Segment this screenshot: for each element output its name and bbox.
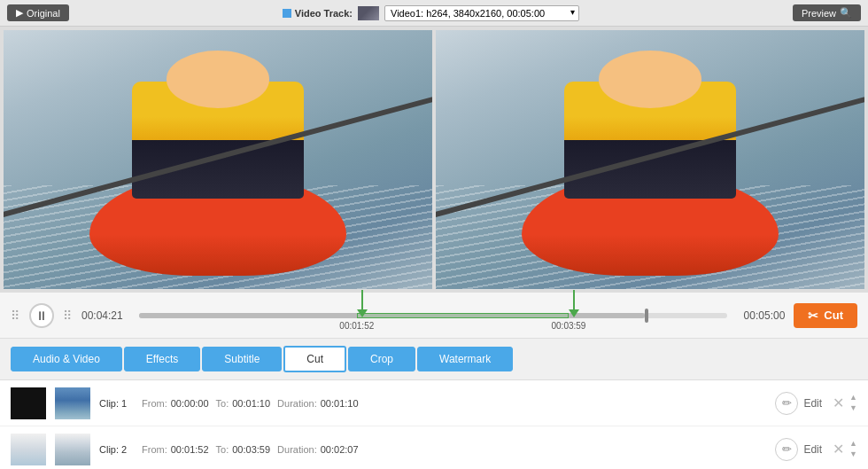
kayaker-head-right [599, 51, 701, 107]
clip1-actions: ✏ Edit ✕ ▲ ▼ [775, 392, 857, 415]
tab-bar: Audio & Video Effects Subtitle Cut Crop … [0, 339, 868, 380]
clip1-from: From: 00:00:00 [142, 398, 209, 409]
tab-effects[interactable]: Effects [124, 347, 200, 371]
clip1-arrow-up[interactable]: ▲ [849, 393, 857, 403]
original-label: Original [27, 8, 60, 19]
scissors-icon: ✂ [808, 309, 818, 323]
clip1-close-icon[interactable]: ✕ [833, 395, 844, 411]
video-inner-left [4, 30, 432, 289]
clip2-to-value: 00:03:59 [232, 444, 270, 455]
clip2-to: To: 00:03:59 [216, 444, 271, 455]
cut-button[interactable]: ✂ Cut [794, 303, 857, 328]
clip2-thumb-after [55, 434, 90, 465]
tab-crop[interactable]: Crop [348, 347, 415, 371]
cut-end-line [573, 290, 575, 309]
video-thumbnail-small [358, 6, 379, 20]
cut-end-arrow [569, 309, 579, 317]
tab-audio-video[interactable]: Audio & Video [11, 347, 122, 371]
dots-left: ⠿ [11, 309, 20, 323]
clip1-name: Clip: 1 [99, 398, 135, 409]
original-button[interactable]: ▶ Original [7, 4, 69, 21]
clip2-from: From: 00:01:52 [142, 444, 209, 455]
video-panel-left [4, 30, 432, 289]
video-panels [0, 27, 868, 293]
preview-button[interactable]: Preview 🔍 [793, 4, 861, 21]
clip1-edit-label[interactable]: Edit [803, 397, 822, 410]
clip2-thumb-before [11, 434, 46, 465]
clip2-duration-value: 00:02:07 [321, 444, 359, 455]
tab-cut[interactable]: Cut [283, 346, 346, 372]
search-icon: 🔍 [840, 7, 852, 19]
clip-row-1: Clip: 1 From: 00:00:00 To: 00:01:10 Dura… [0, 380, 868, 426]
playback-bar: ⠿ ⏸ ⠿ 00:04:21 00:01:52 00:03:59 00:05:0… [0, 293, 868, 339]
video-track-area: Video Track: Video1: h264, 3840x2160, 00… [283, 5, 579, 21]
clip1-edit-icon[interactable]: ✏ [775, 392, 798, 415]
current-time: 00:04:21 [81, 309, 130, 322]
clip1-thumb-after [55, 387, 90, 419]
timeline-track[interactable] [139, 313, 727, 318]
clip2-info: Clip: 2 From: 00:01:52 To: 00:03:59 Dura… [99, 444, 766, 455]
top-bar: ▶ Original Video Track: Video1: h264, 38… [0, 0, 868, 27]
clip2-arrow-down[interactable]: ▼ [849, 449, 857, 460]
cut-label: Cut [824, 309, 843, 322]
clip2-arrow-up[interactable]: ▲ [849, 439, 857, 449]
clip1-arrows: ▲ ▼ [849, 393, 857, 413]
clip1-to-label: To: [216, 398, 229, 409]
preview-label: Preview [802, 8, 836, 19]
clip2-arrows: ▲ ▼ [849, 439, 857, 459]
pause-button[interactable]: ⏸ [29, 303, 54, 328]
clip2-from-value: 00:01:52 [171, 444, 209, 455]
clip2-duration-label: Duration: [277, 444, 317, 455]
clip2-to-label: To: [216, 444, 229, 455]
video-select-wrapper: Video1: h264, 3840x2160, 00:05:00 [384, 5, 579, 21]
cut-start-line [361, 290, 363, 309]
tab-watermark[interactable]: Watermark [417, 347, 513, 371]
clip1-arrow-down[interactable]: ▼ [849, 403, 857, 414]
play-icon: ▶ [16, 7, 23, 19]
cut-start-time: 00:01:52 [339, 321, 374, 331]
clip1-thumb-waterfall [55, 387, 90, 419]
video-inner-right [436, 30, 864, 289]
video-track-select[interactable]: Video1: h264, 3840x2160, 00:05:00 [384, 5, 579, 21]
clip2-edit-label[interactable]: Edit [803, 443, 822, 456]
cut-end-marker [569, 290, 579, 317]
clip1-duration-label: Duration: [277, 398, 317, 409]
clip1-info: Clip: 1 From: 00:00:00 To: 00:01:10 Dura… [99, 398, 766, 409]
cut-end-time: 00:03:59 [551, 321, 585, 331]
cut-range [357, 313, 569, 318]
clip2-actions: ✏ Edit ✕ ▲ ▼ [775, 438, 857, 461]
clip1-to: To: 00:01:10 [216, 398, 271, 409]
clip1-from-label: From: [142, 398, 167, 409]
clip2-thumb-waterfall [55, 434, 90, 465]
clip-row-2: Clip: 2 From: 00:01:52 To: 00:03:59 Dura… [0, 426, 868, 469]
clip2-edit-icon[interactable]: ✏ [775, 438, 798, 461]
video-track-label: Video Track: [283, 8, 353, 19]
clip2-from-label: From: [142, 444, 167, 455]
track-indicator [283, 9, 291, 18]
cut-start-marker [357, 290, 368, 317]
clip2-duration: Duration: 00:02:07 [277, 444, 358, 455]
clip1-thumb-before [11, 387, 46, 419]
clip2-name: Clip: 2 [99, 444, 135, 455]
timeline-container: 00:01:52 00:03:59 [139, 300, 727, 332]
clip1-to-value: 00:01:10 [232, 398, 270, 409]
clip1-duration: Duration: 00:01:10 [277, 398, 358, 409]
end-time: 00:05:00 [736, 309, 785, 322]
tab-subtitle[interactable]: Subtitle [202, 347, 282, 371]
kayaker-head-left [167, 51, 269, 107]
clip2-close-icon[interactable]: ✕ [833, 441, 844, 457]
video-panel-right [436, 30, 864, 289]
cut-start-arrow [357, 309, 368, 317]
dots-right: ⠿ [63, 309, 73, 323]
kayak-scene-right [436, 30, 864, 289]
clip1-duration-value: 00:01:10 [321, 398, 359, 409]
clips-list: Clip: 1 From: 00:00:00 To: 00:01:10 Dura… [0, 380, 868, 469]
clip1-from-value: 00:00:00 [171, 398, 209, 409]
kayak-scene-left [4, 30, 432, 289]
playhead-handle[interactable] [645, 309, 648, 323]
